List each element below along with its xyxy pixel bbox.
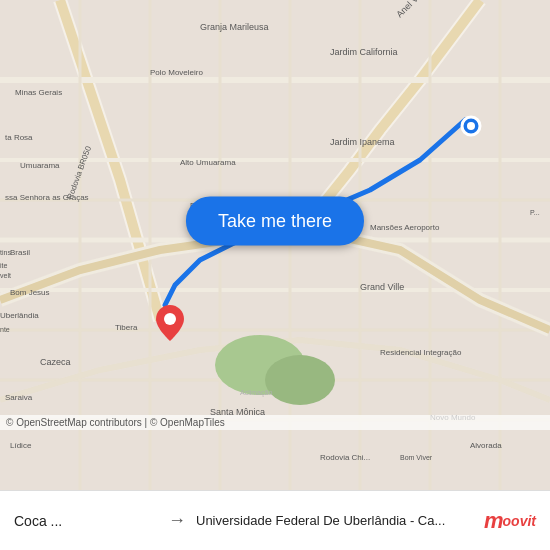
svg-text:Mansões Aeroporto: Mansões Aeroporto (370, 223, 440, 232)
svg-text:Brasil: Brasil (10, 248, 30, 257)
svg-text:ssa Senhora as Graças: ssa Senhora as Graças (5, 193, 89, 202)
origin-label: Coca ... (14, 513, 158, 529)
map-attribution: © OpenStreetMap contributors | © OpenMap… (0, 415, 550, 430)
svg-text:Umuarama: Umuarama (20, 161, 60, 170)
svg-text:P...: P... (530, 209, 540, 216)
map-container: Anel Viário Ayrton Senna Rodovia BR050 G… (0, 0, 550, 490)
svg-text:Grand Ville: Grand Ville (360, 282, 404, 292)
svg-text:Jardim California: Jardim California (330, 47, 398, 57)
svg-text:Polo Moveleiro: Polo Moveleiro (150, 68, 203, 77)
svg-text:Minas Gerais: Minas Gerais (15, 88, 62, 97)
svg-text:ite: ite (0, 262, 8, 269)
svg-text:nte: nte (0, 326, 10, 333)
svg-text:velt: velt (0, 272, 11, 279)
svg-text:Aclimação: Aclimação (240, 389, 272, 397)
svg-text:Saraiva: Saraiva (5, 393, 33, 402)
svg-text:Tibera: Tibera (115, 323, 138, 332)
origin-marker (460, 115, 482, 141)
moovit-oovit: oovit (503, 513, 536, 529)
destination-label: Universidade Federal De Uberlândia - Ca.… (196, 513, 484, 528)
svg-text:Residencial Integração: Residencial Integração (380, 348, 462, 357)
svg-point-52 (467, 122, 475, 130)
take-me-there-button[interactable]: Take me there (186, 196, 364, 245)
svg-text:Bom Viver: Bom Viver (400, 454, 433, 461)
svg-text:ta Rosa: ta Rosa (5, 133, 33, 142)
arrow-icon: → (168, 510, 186, 531)
svg-text:Lídice: Lídice (10, 441, 32, 450)
destination-marker (156, 305, 184, 345)
svg-point-17 (265, 355, 335, 405)
svg-text:Alvorada: Alvorada (470, 441, 502, 450)
svg-point-53 (164, 313, 176, 325)
moovit-m: m (484, 508, 503, 534)
moovit-logo: moovit (484, 508, 536, 534)
svg-text:Bom Jesus: Bom Jesus (10, 288, 50, 297)
svg-text:Uberlândia: Uberlândia (0, 311, 39, 320)
bottom-bar: Coca ... → Universidade Federal De Uberl… (0, 490, 550, 550)
svg-text:Jardim Ipanema: Jardim Ipanema (330, 137, 395, 147)
svg-text:Rodovia Chi...: Rodovia Chi... (320, 453, 370, 462)
svg-text:Granja Marileusa: Granja Marileusa (200, 22, 269, 32)
svg-text:Cazeca: Cazeca (40, 357, 71, 367)
svg-text:tins: tins (0, 249, 11, 256)
svg-text:Alto Umuarama: Alto Umuarama (180, 158, 236, 167)
